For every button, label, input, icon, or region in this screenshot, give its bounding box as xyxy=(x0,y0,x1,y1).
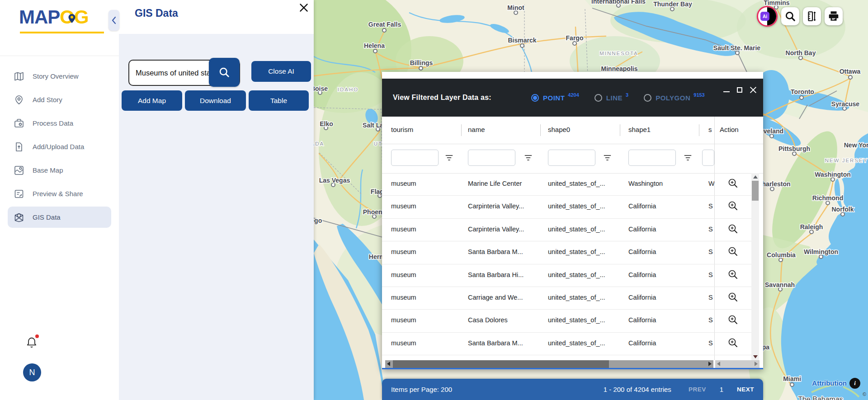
table-button[interactable]: Table xyxy=(249,90,309,111)
table-row: museumMarine Life Centerunited_states_of… xyxy=(382,173,751,196)
close-window-icon[interactable] xyxy=(750,86,757,94)
sidebar-item-base-map[interactable]: Base Map xyxy=(8,160,111,181)
column-divider xyxy=(699,124,699,136)
column-header-shape2[interactable]: s xyxy=(708,126,712,133)
gis-data-panel: GIS Data Close AI Add Map Download Table xyxy=(119,0,314,400)
map-label: MINNESOTA xyxy=(599,51,638,56)
map-label: Richmond xyxy=(812,194,843,202)
radio-line[interactable]: LINE 3 xyxy=(594,94,628,102)
app-logo[interactable]: MAPOG xyxy=(19,6,89,28)
map-label: Sault Ste. Marie xyxy=(713,44,760,52)
city-dot xyxy=(810,230,813,234)
zoom-to-feature-icon[interactable] xyxy=(728,178,739,189)
table-cell: united_states_of_... xyxy=(548,339,625,347)
table-row: museumSanta Barbara M...united_states_of… xyxy=(382,333,751,355)
logo-pin-icon xyxy=(68,14,76,26)
table-body: museumMarine Life Centerunited_states_of… xyxy=(382,173,751,360)
radio-polygon[interactable]: POLYGON 9153 xyxy=(644,94,705,102)
sidebar-item-label: Base Map xyxy=(33,166,63,174)
maximize-icon[interactable] xyxy=(737,87,742,93)
sidebar-item-story-overview[interactable]: Story Overview xyxy=(8,66,111,87)
table-cell: S xyxy=(708,271,714,278)
column-header-shape0[interactable]: shape0 xyxy=(548,126,570,133)
zoom-to-feature-icon[interactable] xyxy=(728,338,739,348)
close-ai-button[interactable]: Close AI xyxy=(251,61,311,82)
radio-point-count: 4204 xyxy=(568,92,579,98)
vertical-scrollbar[interactable] xyxy=(751,173,759,360)
sidebar-item-add-story[interactable]: Add Story xyxy=(8,89,111,110)
filter-input-shape0[interactable] xyxy=(548,150,595,166)
table-cell: California xyxy=(628,339,696,347)
sidebar-item-preview-share[interactable]: Preview & Share xyxy=(8,183,111,204)
scroll-right-icon[interactable] xyxy=(755,362,758,366)
vertical-scroll-thumb[interactable] xyxy=(752,181,759,201)
column-header-name[interactable]: name xyxy=(468,126,485,133)
scroll-right-icon[interactable] xyxy=(708,362,712,366)
filter-input-tourism[interactable] xyxy=(391,150,439,166)
panel-close-button[interactable] xyxy=(298,2,310,14)
sidebar-item-gis-data[interactable]: GIS Data xyxy=(8,207,111,228)
zoom-to-feature-icon[interactable] xyxy=(728,315,739,325)
zoom-to-feature-icon[interactable] xyxy=(728,269,739,280)
action-scroll-track[interactable] xyxy=(715,360,760,368)
filter-icon[interactable] xyxy=(684,155,692,163)
prev-page-button[interactable]: PREV xyxy=(689,386,706,393)
info-icon[interactable]: i xyxy=(849,378,860,389)
map-attribution-link[interactable]: Attribution xyxy=(771,379,847,387)
ai-search-submit-button[interactable] xyxy=(209,58,240,87)
filter-input-shape1[interactable] xyxy=(628,150,676,166)
window-bottom-accent xyxy=(382,368,763,369)
table-row xyxy=(382,355,751,360)
scroll-left-icon[interactable] xyxy=(717,362,720,366)
next-page-button[interactable]: NEXT xyxy=(737,386,754,393)
table-cell: S xyxy=(708,202,714,210)
column-header-shape1[interactable]: shape1 xyxy=(628,126,651,133)
horizontal-scroll-track[interactable] xyxy=(385,360,713,368)
column-header-tourism[interactable]: tourism xyxy=(391,126,413,133)
map-label: Ottawa xyxy=(840,68,861,75)
download-button[interactable]: Download xyxy=(185,90,246,111)
sidebar-item-add-upload-data[interactable]: Add/Upload Data xyxy=(8,136,111,157)
table-filter-row xyxy=(382,144,763,174)
map-search-button[interactable] xyxy=(781,7,799,25)
zoom-to-feature-icon[interactable] xyxy=(728,246,739,257)
radio-point[interactable]: POINT 4204 xyxy=(531,94,579,102)
map-label: San Diego xyxy=(314,217,322,224)
scroll-left-icon[interactable] xyxy=(387,362,390,366)
map-label: Thunder Bay xyxy=(653,0,692,8)
notification-badge xyxy=(35,334,39,338)
filter-input-name[interactable] xyxy=(468,150,515,166)
sidebar-item-process-data[interactable]: Process Data xyxy=(8,113,111,134)
pagination-bar: Items per Page: 200 1 - 200 of 4204 entr… xyxy=(382,379,763,400)
filter-icon[interactable] xyxy=(445,155,453,163)
filter-input-shape2[interactable] xyxy=(702,150,714,166)
scroll-down-icon[interactable] xyxy=(751,353,759,360)
window-controls xyxy=(723,85,757,95)
table-cell: California xyxy=(628,226,696,233)
zoom-to-feature-icon[interactable] xyxy=(728,201,739,212)
user-avatar[interactable]: N xyxy=(23,363,41,381)
scroll-up-icon[interactable] xyxy=(751,173,759,180)
filter-icon[interactable] xyxy=(524,155,532,163)
zoom-to-feature-icon[interactable] xyxy=(728,224,739,235)
collapse-panel-button[interactable] xyxy=(108,10,119,31)
minimize-icon[interactable] xyxy=(723,91,730,92)
map-label: North Bay xyxy=(786,49,816,56)
filter-icon[interactable] xyxy=(604,155,611,163)
measure-button[interactable] xyxy=(803,7,821,25)
add-map-button[interactable]: Add Map xyxy=(122,90,182,111)
ai-search-area xyxy=(128,60,240,86)
print-button[interactable] xyxy=(825,7,843,25)
sidebar-item-label: GIS Data xyxy=(33,213,61,221)
ai-assistant-button[interactable]: Ai xyxy=(757,6,778,27)
table-row: museumCarpinteria Valley...united_states… xyxy=(382,219,751,241)
city-dot xyxy=(520,44,524,47)
table-row: museumCarpinteria Valley...united_states… xyxy=(382,196,751,218)
horizontal-scroll-thumb[interactable] xyxy=(393,360,609,368)
table-cell: united_states_of_... xyxy=(548,294,625,301)
horizontal-scrollbar[interactable] xyxy=(382,360,763,368)
sidebar-item-label: Add Story xyxy=(33,96,62,104)
table-cell: museum xyxy=(391,339,459,347)
city-dot xyxy=(831,178,835,181)
zoom-to-feature-icon[interactable] xyxy=(728,292,739,303)
